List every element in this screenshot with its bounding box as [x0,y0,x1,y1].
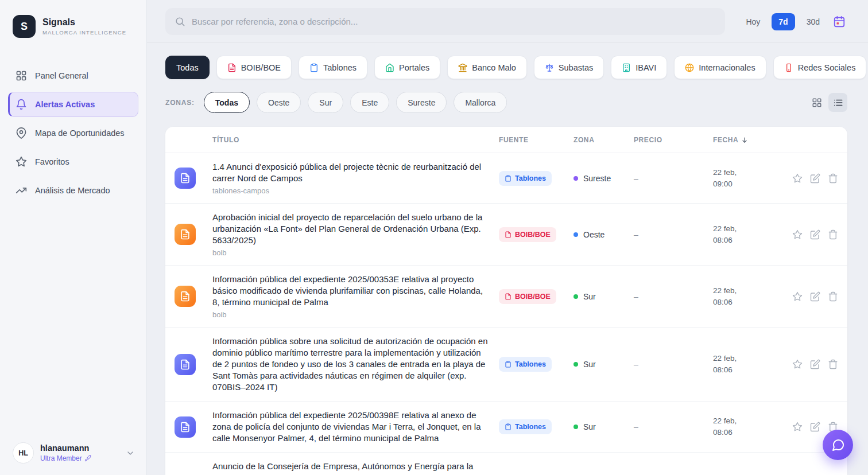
favorite-star-icon[interactable] [792,422,803,432]
sidebar-item-label: Mapa de Oportunidades [35,128,125,139]
edit-icon[interactable] [810,173,820,184]
document-tile-icon [175,168,196,189]
delete-trash-icon[interactable] [828,291,838,302]
filter-chip-ibavi[interactable]: IBAVI [611,56,667,79]
star-icon [16,156,27,168]
source-filter-row: Todas BOIB/BOE Tablones Portales Banco M… [147,43,868,79]
column-zona[interactable]: ZONA [574,136,634,144]
sidebar-item-alertas-activas[interactable]: Alertas Activas [8,92,138,117]
zone-chip-sureste[interactable]: Sureste [396,92,447,113]
favorite-star-icon[interactable] [792,173,803,184]
chat-fab-button[interactable] [823,430,853,460]
alert-title[interactable]: Anuncio de la Consejería de Empresa, Aut… [212,461,499,472]
date-range-group: Hoy 7d 30d [739,13,847,30]
price-cell: – [634,230,713,239]
file-text-icon [227,63,237,72]
table-row[interactable]: 1.4 Anunci d'exposició pública del proje… [165,153,847,204]
edit-icon[interactable] [810,422,820,432]
user-plan: Ultra Member [40,454,91,462]
column-fuente[interactable]: FUENTE [499,136,574,144]
alert-source-slug: boib [212,310,499,319]
sidebar-item-analisis-mercado[interactable]: Análisis de Mercado [8,178,138,203]
alert-title[interactable]: Aprobación inicial del proyecto de repar… [212,212,499,246]
range-hoy-button[interactable]: Hoy [739,13,767,30]
alert-title[interactable]: Información pública del expediente 2025/… [212,274,499,308]
calendar-icon[interactable] [831,14,847,30]
rocket-icon [84,455,91,462]
sidebar-item-label: Alertas Activas [35,99,95,110]
price-cell: – [634,360,713,369]
alert-title[interactable]: 1.4 Anunci d'exposició pública del proje… [212,161,499,184]
column-titulo[interactable]: TÍTULO [212,136,499,144]
date-cell: 22 feb,08:06 [713,415,783,438]
filter-chip-banco-malo[interactable]: Banco Malo [447,56,527,79]
column-fecha[interactable]: FECHA [713,136,783,144]
zone-dot [574,294,578,299]
edit-icon[interactable] [810,359,820,369]
sidebar-item-label: Panel General [35,71,88,81]
zone-chip-este[interactable]: Este [350,92,389,113]
table-row[interactable]: Aprobación inicial del proyecto de repar… [165,204,847,266]
home-icon [385,63,394,72]
chat-icon [831,438,845,452]
chevron-down-icon[interactable] [126,449,135,458]
trending-up-icon [16,185,27,196]
sidebar-nav: Panel General Alertas Activas Mapa de Op… [0,48,146,203]
date-cell: 22 feb,09:00 [713,167,783,190]
edit-icon[interactable] [810,291,820,302]
filter-chip-internacionales[interactable]: Internacionales [674,56,766,79]
date-cell: 22 feb,08:06 [713,285,783,308]
filter-chip-tablones[interactable]: Tablones [299,56,367,79]
table-row[interactable]: Información pública sobre una solicitud … [165,328,847,402]
column-precio[interactable]: PRECIO [634,136,713,144]
sidebar-item-panel-general[interactable]: Panel General [8,63,138,88]
filter-chip-portales[interactable]: Portales [374,56,440,79]
zone-cell: Sureste [574,174,634,183]
filter-chip-todas[interactable]: Todas [165,56,210,79]
filter-chip-boib-boe[interactable]: BOIB/BOE [216,56,292,79]
sort-desc-icon [741,137,748,143]
view-toggle-group [807,93,847,112]
alert-title[interactable]: Información pública sobre una solicitud … [212,336,499,393]
zone-dot [574,425,578,429]
zone-chip-oeste[interactable]: Oeste [257,92,301,113]
sidebar-item-favoritos[interactable]: Favoritos [8,149,138,174]
delete-trash-icon[interactable] [828,173,838,184]
favorite-star-icon[interactable] [792,229,803,240]
table-row[interactable]: Anuncio de la Consejería de Empresa, Aut… [165,453,847,475]
sidebar-item-label: Análisis de Mercado [35,185,110,196]
globe-icon [685,63,694,72]
user-name: hlanaumann [40,443,91,453]
date-cell: 22 feb,08:06 [713,223,783,246]
document-tile-icon [175,354,196,375]
delete-trash-icon[interactable] [828,229,838,240]
document-tile-icon [175,286,196,307]
source-badge: Tablones [499,357,552,372]
zone-dot [574,176,578,181]
brand-name: Signals [42,17,126,28]
favorite-star-icon[interactable] [792,291,803,302]
table-row[interactable]: Información pública del expediente 2025/… [165,266,847,328]
range-7d-button[interactable]: 7d [772,13,795,30]
search-bar[interactable] [165,8,725,35]
zone-cell: Sur [574,292,634,301]
zone-chip-todas[interactable]: Todas [204,92,250,113]
delete-trash-icon[interactable] [828,359,838,369]
user-card[interactable]: HL hlanaumann Ultra Member [0,432,146,475]
document-tile-icon [175,224,196,245]
app-logo: S [13,15,36,38]
zones-label: ZONAS: [165,99,195,107]
alert-title[interactable]: Información pública del expediente 2025/… [212,410,499,444]
table-row[interactable]: Información pública del expediente 2025/… [165,402,847,453]
list-view-icon[interactable] [828,93,847,112]
zone-chip-sur[interactable]: Sur [308,92,343,113]
filter-chip-redes-sociales[interactable]: Redes Sociales [773,56,867,79]
grid-view-icon[interactable] [807,93,826,112]
sidebar-item-mapa-oportunidades[interactable]: Mapa de Oportunidades [8,120,138,146]
favorite-star-icon[interactable] [792,359,803,369]
zone-chip-mallorca[interactable]: Mallorca [454,92,507,113]
search-input[interactable] [192,17,716,26]
filter-chip-subastas[interactable]: Subastas [534,56,604,79]
edit-icon[interactable] [810,229,820,240]
range-30d-button[interactable]: 30d [800,13,827,30]
